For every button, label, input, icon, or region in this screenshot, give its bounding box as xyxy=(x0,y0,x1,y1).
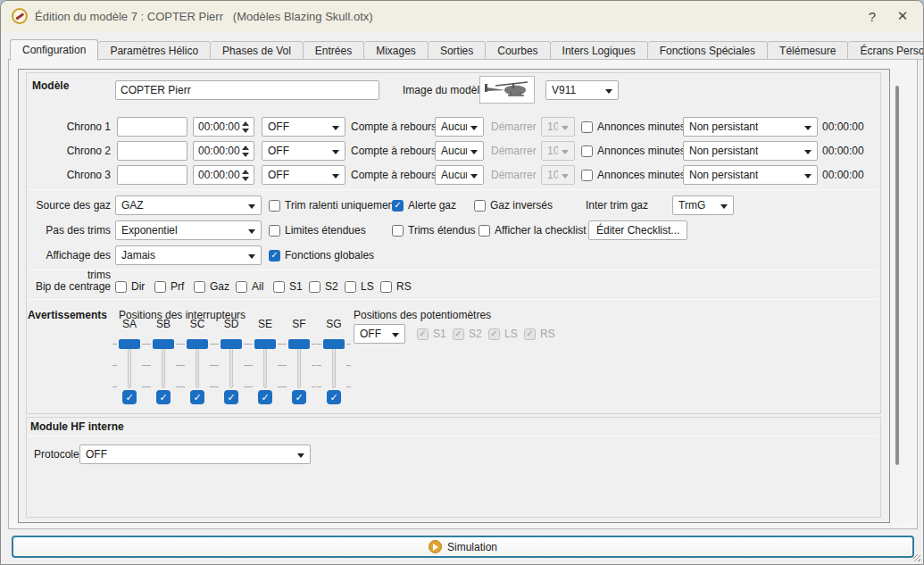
slider-handle[interactable] xyxy=(153,339,174,349)
switch-position-slider[interactable] xyxy=(214,338,248,390)
timer3-name-input[interactable] xyxy=(117,165,187,185)
tab-sorties[interactable]: Sorties xyxy=(429,41,486,60)
pot-ls-checkbox: LS xyxy=(488,324,518,344)
spinner-up-icon[interactable] xyxy=(242,170,249,174)
throttle-trim-switch-select[interactable]: TrmG xyxy=(672,195,734,215)
throttle-warning-checkbox[interactable]: Alerte gaz xyxy=(392,195,456,215)
timer1-persistence-select[interactable]: Non persistant xyxy=(683,117,818,137)
timer2-time-spinner[interactable]: 00:00:00 xyxy=(193,141,254,161)
slider-handle[interactable] xyxy=(119,339,140,349)
extended-limits-checkbox[interactable]: Limites étendues xyxy=(269,220,366,240)
switch-warning-checkbox[interactable] xyxy=(224,390,238,404)
timer3-minute-announce-checkbox[interactable]: Annonces minutes xyxy=(581,165,686,185)
timer2-label: Chrono 2 xyxy=(26,141,111,161)
chevron-down-icon xyxy=(248,229,255,234)
tab-phases-de-vol[interactable]: Phases de Vol xyxy=(211,41,304,60)
vertical-scrollbar-thumb[interactable] xyxy=(895,86,899,465)
center-beep-s2-checkbox[interactable]: S2 xyxy=(309,277,338,296)
checkbox-box xyxy=(488,328,500,340)
idle-trim-only-checkbox[interactable]: Trim ralenti uniquement xyxy=(269,195,397,215)
center-beep-gaz-checkbox[interactable]: Gaz xyxy=(194,277,229,296)
switch-warning-checkbox[interactable] xyxy=(122,390,137,404)
switch-position-slider[interactable] xyxy=(112,338,146,390)
spinner-down-icon[interactable] xyxy=(242,129,249,133)
trim-step-select[interactable]: Exponentiel xyxy=(115,220,262,240)
tab-mixages[interactable]: Mixages xyxy=(364,41,429,60)
slider-handle[interactable] xyxy=(254,339,276,349)
slider-handle[interactable] xyxy=(187,339,208,349)
tab-telemesure[interactable]: Télémesure xyxy=(768,41,848,60)
timer2-persistence-select[interactable]: Non persistant xyxy=(683,141,818,161)
global-functions-checkbox[interactable]: Fonctions globales xyxy=(269,245,374,265)
timer3-time-spinner[interactable]: 00:00:00 xyxy=(193,165,254,185)
edit-checklist-button[interactable]: Éditer Checklist... xyxy=(588,220,687,240)
tab-parametres-helico[interactable]: Paramètres Hélico xyxy=(98,41,211,60)
protocol-select[interactable]: OFF xyxy=(79,445,311,464)
play-icon xyxy=(429,540,442,553)
extended-trims-checkbox[interactable]: Trims étendus xyxy=(392,220,476,240)
spinner-up-icon[interactable] xyxy=(242,121,249,126)
spinner-up-icon[interactable] xyxy=(242,145,249,150)
slider-handle[interactable] xyxy=(323,339,345,349)
model-image-thumbnail[interactable] xyxy=(479,76,535,104)
help-button[interactable]: ? xyxy=(857,1,887,31)
slider-groove xyxy=(162,344,165,388)
switch-position-slider[interactable] xyxy=(317,338,351,390)
tab-ecrans-personnalises[interactable]: Écrans Personnalisés xyxy=(848,41,924,60)
window-title: Édition du modèle 7 : COPTER Pierr (Modè… xyxy=(35,10,373,23)
timer2-countdown-select[interactable]: Aucun xyxy=(435,141,484,161)
trim-display-select[interactable]: Jamais xyxy=(115,245,262,265)
timer2-name-input[interactable] xyxy=(117,141,187,161)
spinner-down-icon[interactable] xyxy=(242,177,249,181)
tab-fonctions-speciales[interactable]: Fonctions Spéciales xyxy=(648,41,768,60)
switch-position-slider[interactable] xyxy=(180,338,214,390)
timer2-mode-select[interactable]: OFF xyxy=(262,141,345,161)
center-beep-rs-checkbox[interactable]: RS xyxy=(380,277,412,296)
switch-warning-checkbox[interactable] xyxy=(258,390,272,404)
switch-warning-checkbox[interactable] xyxy=(292,390,306,404)
model-image-select[interactable]: V911 xyxy=(545,80,619,100)
center-beep-prf-checkbox[interactable]: Prf xyxy=(154,277,184,296)
timer3-start-label: Démarrer xyxy=(491,165,537,185)
chevron-down-icon xyxy=(470,126,478,130)
center-beep-ail-checkbox[interactable]: Ail xyxy=(236,277,263,296)
reversed-throttle-checkbox[interactable]: Gaz inversés xyxy=(474,195,553,215)
timer1-minute-announce-checkbox[interactable]: Annonces minutes xyxy=(581,117,686,137)
title-bar[interactable]: Édition du modèle 7 : COPTER Pierr (Modè… xyxy=(1,1,923,31)
tab-inters-logiques[interactable]: Inters Logiques xyxy=(551,41,648,60)
switch-warning-checkbox[interactable] xyxy=(190,390,204,404)
tab-entrees[interactable]: Entrées xyxy=(304,41,364,60)
timer1-mode-select[interactable]: OFF xyxy=(262,117,345,137)
close-button[interactable]: ✕ xyxy=(887,1,918,31)
spinner-down-icon[interactable] xyxy=(242,153,249,157)
switch-warning-checkbox[interactable] xyxy=(327,390,341,404)
timer3-countdown-select[interactable]: Aucun xyxy=(435,165,484,185)
slider-handle[interactable] xyxy=(221,339,242,349)
simulation-button[interactable]: Simulation xyxy=(12,536,914,558)
chevron-down-icon xyxy=(332,174,339,179)
tab-configuration[interactable]: Configuration xyxy=(10,39,98,61)
center-beep-dir-checkbox[interactable]: Dir xyxy=(115,277,145,296)
timer1-time-spinner[interactable]: 00:00:00 xyxy=(193,117,254,137)
timer1-name-input[interactable] xyxy=(117,117,187,137)
tab-courbes[interactable]: Courbes xyxy=(486,41,550,60)
switch-warning-checkbox[interactable] xyxy=(156,390,171,404)
switch-position-slider[interactable] xyxy=(282,338,316,390)
switch-position-slider[interactable] xyxy=(248,338,282,390)
pot-warning-mode-select[interactable]: OFF xyxy=(354,324,405,344)
throttle-source-select[interactable]: GAZ xyxy=(115,195,262,215)
slider-ticks xyxy=(146,342,151,388)
resize-grip[interactable] xyxy=(913,554,920,561)
center-beep-ls-checkbox[interactable]: LS xyxy=(345,277,374,296)
center-beep-s1-checkbox[interactable]: S1 xyxy=(273,277,303,296)
slider-handle[interactable] xyxy=(288,339,310,349)
checkbox-box xyxy=(474,200,486,212)
model-name-input[interactable] xyxy=(115,80,379,100)
switch-name: SG xyxy=(317,318,351,330)
switch-position-slider[interactable] xyxy=(146,338,180,390)
timer3-mode-select[interactable]: OFF xyxy=(262,165,345,185)
timer2-minute-announce-checkbox[interactable]: Annonces minutes xyxy=(581,141,686,161)
timer1-countdown-select[interactable]: Aucun xyxy=(435,117,484,137)
timer3-persistence-select[interactable]: Non persistant xyxy=(683,165,818,185)
show-checklist-checkbox[interactable]: Afficher la checklist xyxy=(479,220,587,240)
